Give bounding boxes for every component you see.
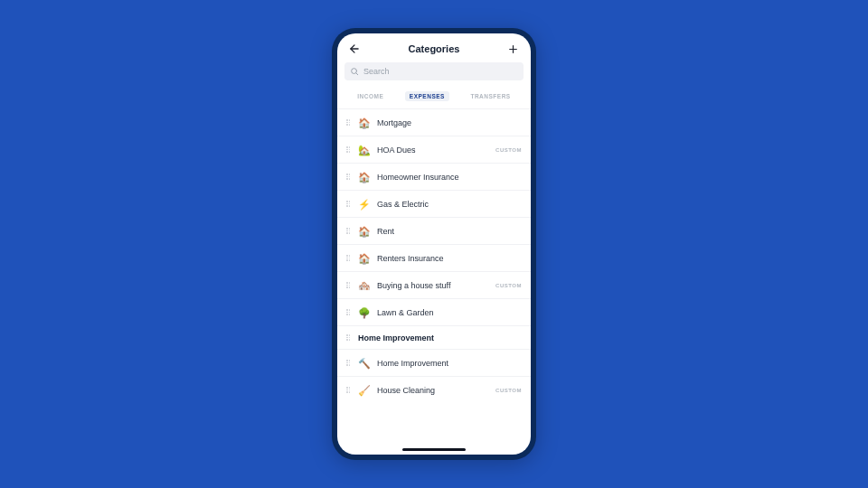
drag-handle-icon[interactable] [346, 174, 352, 180]
list-item[interactable]: 🧹 House Cleaning CUSTOM [337, 376, 531, 403]
drag-handle-icon[interactable] [346, 228, 352, 234]
tree-icon: 🌳 [358, 306, 371, 319]
list-item[interactable]: 🌳 Lawn & Garden [337, 298, 531, 325]
item-label: Mortgage [377, 118, 522, 127]
list-item[interactable]: ⚡ Gas & Electric [337, 190, 531, 217]
drag-handle-icon[interactable] [346, 360, 352, 366]
drag-handle-icon[interactable] [346, 309, 352, 315]
hammer-icon: 🔨 [358, 357, 371, 370]
custom-badge: CUSTOM [495, 388, 522, 393]
drag-handle-icon[interactable] [346, 146, 352, 153]
back-arrow-icon [348, 42, 361, 55]
house-garden-icon: 🏡 [358, 144, 371, 156]
custom-badge: CUSTOM [495, 147, 522, 153]
home-indicator[interactable] [402, 448, 466, 451]
drag-handle-icon[interactable] [346, 201, 352, 207]
list-item[interactable]: 🏠 Homeowner Insurance [337, 163, 531, 190]
custom-badge: CUSTOM [495, 283, 522, 288]
phone-frame: Categories Search INCOME EXPENSES TRANSF… [332, 28, 536, 460]
header-bar: Categories [337, 33, 531, 62]
add-button[interactable] [505, 41, 522, 57]
tab-transfers[interactable]: TRANSFERS [466, 91, 514, 101]
drag-handle-icon[interactable] [346, 255, 352, 261]
item-label: HOA Dues [377, 145, 489, 155]
item-label: Buying a house stuff [377, 281, 489, 290]
back-button[interactable] [346, 41, 363, 57]
plus-icon [507, 43, 519, 55]
item-label: House Cleaning [377, 386, 489, 395]
screen: Categories Search INCOME EXPENSES TRANSF… [337, 33, 531, 455]
house-icon: 🏠 [358, 117, 371, 129]
item-label: Lawn & Garden [377, 308, 522, 317]
drag-handle-icon[interactable] [346, 119, 352, 126]
item-label: Gas & Electric [377, 200, 522, 209]
tab-bar: INCOME EXPENSES TRANSFERS [337, 86, 531, 108]
category-list[interactable]: 🏠 Mortgage 🏡 HOA Dues CUSTOM 🏠 Homeowner… [337, 108, 531, 455]
list-item[interactable]: 🔨 Home Improvement [337, 349, 531, 376]
house-icon: 🏠 [358, 171, 371, 183]
section-title: Home Improvement [358, 333, 434, 343]
house-icon: 🏠 [358, 252, 371, 265]
broom-icon: 🧹 [358, 384, 371, 397]
tab-expenses[interactable]: EXPENSES [405, 91, 449, 101]
drag-handle-icon[interactable] [346, 387, 352, 393]
list-item[interactable]: 🏠 Renters Insurance [337, 244, 531, 271]
item-label: Rent [377, 227, 522, 236]
search-placeholder: Search [363, 67, 390, 76]
houses-icon: 🏘️ [358, 279, 371, 292]
svg-line-4 [356, 73, 358, 75]
page-title: Categories [409, 43, 460, 54]
item-label: Homeowner Insurance [377, 173, 522, 182]
house-icon: 🏠 [358, 225, 371, 238]
tab-income[interactable]: INCOME [353, 91, 388, 101]
list-item[interactable]: 🏡 HOA Dues CUSTOM [337, 136, 531, 163]
section-header[interactable]: Home Improvement [337, 325, 531, 349]
search-input[interactable]: Search [344, 62, 524, 80]
drag-handle-icon[interactable] [346, 334, 352, 341]
list-item[interactable]: 🏠 Rent [337, 217, 531, 244]
bolt-icon: ⚡ [358, 198, 371, 211]
search-icon [350, 67, 359, 76]
search-container: Search [337, 62, 531, 86]
drag-handle-icon[interactable] [346, 282, 352, 288]
item-label: Home Improvement [377, 359, 522, 368]
item-label: Renters Insurance [377, 254, 522, 263]
list-item[interactable]: 🏘️ Buying a house stuff CUSTOM [337, 271, 531, 298]
list-item[interactable]: 🏠 Mortgage [337, 108, 531, 136]
